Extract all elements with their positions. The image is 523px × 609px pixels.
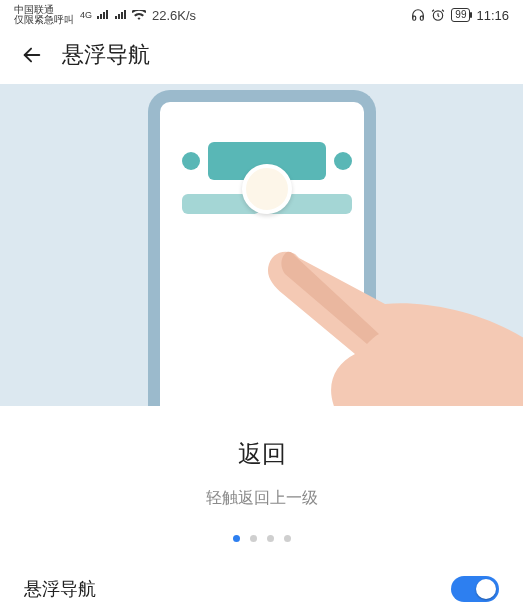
hand-icon [235,244,523,406]
status-signal-icons: 4G [80,10,146,21]
headphones-icon [411,8,425,22]
toggle-knob [476,579,496,599]
caption-title: 返回 [0,438,523,470]
pager-dot [233,535,240,542]
back-button[interactable] [18,41,46,69]
pager-dot [267,535,274,542]
floating-nav-toggle[interactable] [451,576,499,602]
signal-icon [96,10,110,20]
page-indicator[interactable] [0,535,523,542]
battery-indicator: 99 [451,8,470,22]
pager-dot [250,535,257,542]
status-right: 99 11:16 [411,8,509,23]
alarm-icon [431,8,445,22]
floating-nav-button-icon [242,164,292,214]
emergency-text: 仅限紧急呼叫 [14,15,74,26]
clock-time: 11:16 [476,8,509,23]
status-carrier-block: 中国联通 仅限紧急呼叫 [14,5,74,26]
status-bar: 中国联通 仅限紧急呼叫 4G 22.6K/s 99 11:16 [0,0,523,28]
tutorial-illustration[interactable] [0,84,523,406]
page-title: 悬浮导航 [62,40,150,70]
network-type: 4G [80,10,92,20]
ui-dot [334,152,352,170]
caption-subtitle: 轻触返回上一级 [0,488,523,509]
data-speed: 22.6K/s [152,8,196,23]
wifi-icon [132,10,146,21]
caption-area: 返回 轻触返回上一级 [0,406,523,542]
pager-dot [284,535,291,542]
signal-icon-2 [114,10,128,20]
page-header: 悬浮导航 [0,28,523,84]
setting-label: 悬浮导航 [24,577,96,601]
setting-row-floating-nav: 悬浮导航 [0,576,523,602]
arrow-left-icon [21,44,43,66]
ui-dot [182,152,200,170]
